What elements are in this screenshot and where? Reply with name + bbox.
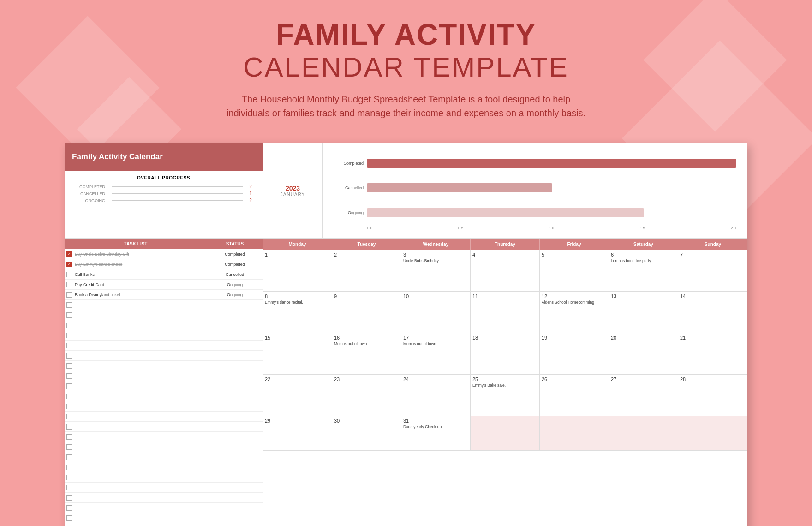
task-checkbox[interactable] — [66, 515, 72, 521]
task-checkbox[interactable] — [66, 394, 72, 399]
task-checkbox[interactable] — [66, 414, 72, 419]
task-checkbox[interactable] — [66, 465, 72, 470]
task-checkbox[interactable] — [66, 424, 72, 430]
cal-cell-27: 27 — [609, 375, 678, 416]
task-row: Call Banks Cancelled — [65, 269, 263, 280]
main-section: TASK LIST STATUS ✓ Buy Uncle Bob's Birth… — [65, 239, 747, 526]
task-status — [207, 477, 263, 478]
empty-rows-container — [65, 300, 263, 526]
task-row-data — [65, 332, 207, 339]
cal-cell-19: 19 — [540, 333, 609, 375]
task-text: Pay Credit Card — [75, 282, 104, 287]
x-axis-1: 1.0 — [549, 226, 554, 230]
task-status — [207, 345, 263, 347]
x-axis-2: 2.0 — [731, 226, 736, 230]
cal-cell-16: 16Mom is out of town. — [332, 333, 401, 375]
task-status — [207, 304, 263, 306]
task-checkbox[interactable] — [66, 434, 72, 440]
page-header: FAMILY ACTIVITY CALENDAR TEMPLATE The Ho… — [0, 0, 812, 129]
task-row-empty — [65, 320, 263, 330]
cal-cell-8: 8Emmy's dance recital. — [263, 292, 332, 333]
task-row: Pay Credit Card Ongoing — [65, 280, 263, 290]
completed-value: 2 — [246, 184, 255, 189]
task-status — [207, 446, 263, 448]
task-row-data — [65, 352, 207, 359]
task-status: Ongoing — [207, 281, 263, 288]
cal-cell-23: 23 — [332, 375, 401, 416]
task-row: ✓ Buy Emmy's dance shoes Completed — [65, 259, 263, 269]
task-checkbox[interactable] — [66, 373, 72, 379]
task-status — [207, 497, 263, 499]
task-text: Buy Uncle Bob's Birthday Gift — [75, 252, 129, 257]
task-row-empty — [65, 371, 263, 381]
cal-day-saturday: Saturday — [609, 239, 678, 250]
task-row-data — [65, 484, 207, 491]
task-checkbox[interactable]: ✓ — [66, 251, 72, 257]
task-checkbox[interactable] — [66, 505, 72, 511]
cal-cell-empty-2 — [540, 416, 609, 451]
task-row-empty — [65, 513, 263, 523]
cal-cell-4: 4 — [471, 250, 540, 292]
task-row-data — [65, 413, 207, 420]
cal-cell-5: 5 — [540, 250, 609, 292]
cal-cell-11: 11 — [471, 292, 540, 333]
task-row-data — [65, 454, 207, 461]
task-checkbox[interactable] — [66, 302, 72, 308]
cal-cell-31: 31Dads yearly Check up. — [401, 416, 471, 451]
task-checkbox[interactable] — [66, 312, 72, 318]
x-axis-05: 0.5 — [458, 226, 463, 230]
task-row-empty — [65, 341, 263, 351]
chart-label-completed: Completed — [335, 161, 364, 166]
cancelled-line — [112, 193, 243, 194]
task-checkbox[interactable] — [66, 444, 72, 450]
task-checkbox[interactable]: ✓ — [66, 262, 72, 267]
task-row-empty — [65, 472, 263, 483]
calendar-panel: Monday Tuesday Wednesday Thursday Friday… — [263, 239, 747, 526]
task-status — [207, 365, 263, 367]
cal-cell-9: 9 — [332, 292, 401, 333]
task-status — [207, 466, 263, 468]
page-subtitle: The Household Monthly Budget Spreadsheet… — [221, 92, 591, 120]
task-row-data — [65, 342, 207, 349]
task-row-data: Book a Disneyland ticket — [65, 291, 207, 299]
ongoing-value: 2 — [246, 198, 255, 203]
cal-cell-empty-3 — [609, 416, 678, 451]
task-checkbox[interactable] — [66, 404, 72, 409]
task-row-data — [65, 322, 207, 329]
task-checkbox[interactable] — [66, 282, 72, 287]
task-checkbox[interactable] — [66, 343, 72, 348]
chart-panel: Completed Cancelled Ongoing — [323, 143, 747, 238]
task-status — [207, 416, 263, 418]
task-checkbox[interactable] — [66, 333, 72, 338]
task-row-data — [65, 372, 207, 380]
task-row-data: Pay Credit Card — [65, 281, 207, 288]
task-checkbox[interactable] — [66, 292, 72, 298]
cal-cell-15: 15 — [263, 333, 332, 375]
task-status — [207, 406, 263, 407]
task-row-data — [65, 311, 207, 319]
task-checkbox[interactable] — [66, 485, 72, 490]
task-checkbox[interactable] — [66, 272, 72, 277]
task-row-data — [65, 383, 207, 390]
task-row-empty — [65, 452, 263, 462]
chart-bar-completed — [367, 159, 736, 168]
cal-day-friday: Friday — [540, 239, 609, 250]
task-checkbox[interactable] — [66, 353, 72, 359]
task-checkbox[interactable] — [66, 495, 72, 501]
task-checkbox[interactable] — [66, 383, 72, 389]
chart-label-ongoing: Ongoing — [335, 210, 364, 215]
page-title-line2: CALENDAR TEMPLATE — [9, 51, 803, 84]
task-status — [207, 426, 263, 428]
task-row-data — [65, 464, 207, 471]
task-row-empty — [65, 493, 263, 503]
task-checkbox[interactable] — [66, 363, 72, 369]
task-row: ✓ Buy Uncle Bob's Birthday Gift Complete… — [65, 249, 263, 259]
spreadsheet-title: Family Activity Calendar — [65, 143, 263, 171]
chart-bar-ongoing — [367, 208, 644, 217]
task-checkbox[interactable] — [66, 323, 72, 328]
task-checkbox[interactable] — [66, 475, 72, 480]
task-checkbox[interactable] — [66, 454, 72, 460]
chart-bar-cancelled — [367, 183, 552, 192]
progress-cancelled: CANCELLED 1 — [72, 191, 255, 196]
task-row-data — [65, 403, 207, 410]
